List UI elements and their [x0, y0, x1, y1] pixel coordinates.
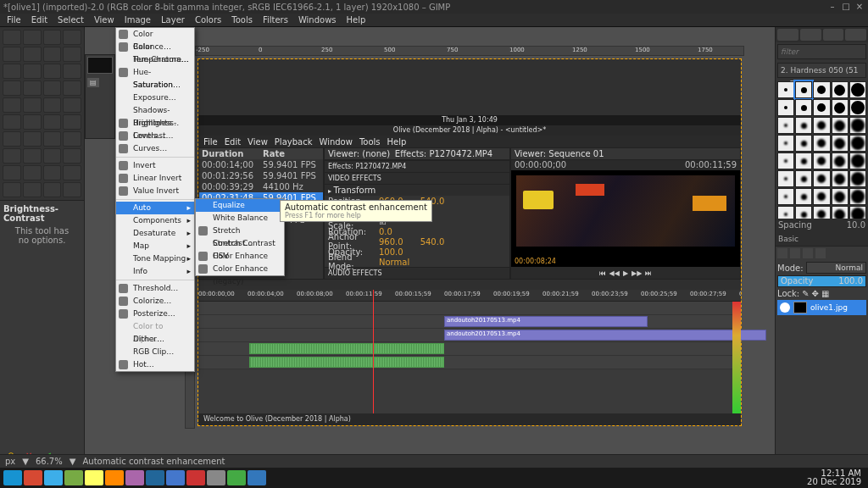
tool-3[interactable] — [63, 30, 81, 45]
effect-row[interactable]: Anchor Point:960.0540.0 — [325, 236, 509, 247]
menu-edit[interactable]: Edit — [26, 14, 53, 26]
submenu-item[interactable]: Color Enhance — [196, 250, 284, 263]
menu-item[interactable]: Linear Invert — [116, 172, 194, 185]
brush-preset[interactable] — [795, 117, 812, 134]
layer-thumbnail[interactable] — [793, 302, 807, 313]
brush-preset[interactable] — [849, 99, 866, 116]
layer-row[interactable]: olive1.jpg — [777, 300, 866, 315]
brush-preset[interactable] — [777, 135, 794, 152]
zoom-level[interactable]: 66.7% — [36, 457, 63, 466]
prev-frame-icon[interactable]: ◀◀ — [609, 269, 620, 277]
brush-preset[interactable] — [813, 99, 830, 116]
taskbar-app[interactable] — [44, 470, 63, 485]
tool-10[interactable] — [43, 64, 62, 79]
tool-6[interactable] — [43, 47, 62, 62]
menu-item[interactable]: Components — [116, 214, 194, 227]
brush-preset[interactable] — [813, 117, 830, 134]
brush-preset[interactable] — [777, 99, 794, 116]
menu-item[interactable]: Info — [116, 265, 194, 278]
tool-0[interactable] — [3, 30, 21, 45]
olive-menu-window[interactable]: Window — [319, 137, 352, 147]
brush-preset[interactable] — [832, 188, 849, 205]
olive-menu-view[interactable]: View — [248, 137, 268, 147]
tool-21[interactable] — [23, 114, 42, 130]
spacing-value[interactable]: 10.0 — [847, 219, 865, 232]
brush-preset[interactable] — [849, 81, 866, 98]
brush-preset[interactable] — [795, 206, 812, 219]
layers-tabs[interactable] — [777, 248, 866, 260]
brush-preset[interactable] — [795, 188, 812, 205]
right-tabs[interactable] — [776, 27, 868, 42]
menu-item[interactable]: Saturation… — [116, 79, 194, 92]
tool-1[interactable] — [23, 30, 42, 45]
menu-item[interactable]: Dither… — [116, 333, 194, 346]
submenu-item[interactable]: Stretch Contrast… — [196, 225, 284, 237]
maximize-button[interactable]: □ — [841, 2, 851, 12]
brush-preset[interactable] — [777, 206, 794, 219]
olive-menu-playback[interactable]: Playback — [275, 137, 313, 147]
tool-17[interactable] — [23, 97, 42, 113]
submenu-item[interactable]: Equalize — [196, 199, 284, 212]
brush-preset[interactable] — [849, 135, 866, 152]
tool-24[interactable] — [3, 131, 21, 147]
viewer-screen[interactable]: 00:00:08;24 — [511, 170, 740, 267]
brush-preset[interactable] — [813, 81, 830, 98]
menu-tools[interactable]: Tools — [226, 14, 258, 26]
olive-menubar[interactable]: FileEditViewPlaybackWindowToolsHelp — [198, 136, 741, 147]
submenu-item[interactable]: White Balance — [196, 212, 284, 225]
menu-item[interactable]: Color Balance… — [116, 28, 194, 41]
menu-layer[interactable]: Layer — [156, 14, 190, 26]
menu-file[interactable]: File — [2, 14, 26, 26]
menu-item[interactable]: Exposure… — [116, 92, 194, 104]
taskbar-app[interactable] — [105, 470, 124, 485]
olive-menu-file[interactable]: File — [203, 137, 218, 147]
tool-30[interactable] — [43, 148, 62, 164]
taskbar[interactable]: 12:11 AM20 Dec 2019 — [0, 468, 868, 488]
menu-item[interactable]: Auto — [116, 202, 194, 214]
tool-19[interactable] — [63, 97, 81, 113]
menu-item[interactable]: Desaturate — [116, 227, 194, 240]
pan-header[interactable]: ▸ Pan — [325, 279, 509, 280]
audio-track-0[interactable] — [198, 342, 741, 356]
taskbar-app[interactable] — [166, 470, 185, 485]
toolbox[interactable] — [0, 27, 84, 200]
tool-39[interactable] — [63, 182, 81, 197]
clip-row[interactable]: 00:00:39;2944100 Hz — [199, 181, 323, 192]
brush-preset[interactable] — [813, 188, 830, 205]
brush-preset[interactable] — [795, 152, 812, 169]
brush-preset[interactable] — [777, 170, 794, 187]
taskbar-app[interactable] — [227, 470, 246, 485]
brush-preset[interactable] — [813, 152, 830, 169]
menu-item[interactable]: Hue-Chroma… — [116, 53, 194, 66]
menu-windows[interactable]: Windows — [293, 14, 342, 26]
taskbar-app[interactable] — [3, 470, 22, 485]
submenu-item[interactable]: Color Enhance (legacy) — [196, 263, 284, 275]
brush-name[interactable]: 2. Hardness 050 (51 × 51) — [777, 63, 866, 78]
brush-preset[interactable] — [813, 206, 830, 219]
video-clip[interactable]: andoutoh20170513.mp4 — [444, 316, 648, 327]
brush-preset[interactable] — [849, 152, 866, 169]
colors-menu[interactable]: Color Balance…Color Temperature…Hue-Chro… — [115, 27, 195, 372]
menu-item[interactable]: RGB Clip… — [116, 346, 194, 358]
menu-item[interactable]: Colorize… — [116, 295, 194, 308]
taskbar-app[interactable] — [24, 470, 42, 485]
tool-9[interactable] — [23, 64, 42, 79]
lock-pixel-icon[interactable]: ✎ — [802, 289, 809, 298]
menu-help[interactable]: Help — [342, 14, 371, 26]
brush-preset[interactable] — [832, 81, 849, 98]
tool-28[interactable] — [3, 148, 21, 164]
brush-preset[interactable] — [832, 170, 849, 187]
brush-preset[interactable] — [849, 170, 866, 187]
menu-item[interactable]: Shadows-Highlights… — [116, 104, 194, 117]
layer-auto-icon[interactable]: ▤ — [87, 78, 99, 87]
brush-preset[interactable] — [795, 135, 812, 152]
audio-track-1[interactable] — [198, 356, 741, 369]
tool-23[interactable] — [63, 114, 81, 130]
tool-35[interactable] — [63, 165, 81, 180]
next-frame-icon[interactable]: ▶▶ — [632, 269, 642, 277]
olive-menu-tools[interactable]: Tools — [359, 137, 381, 147]
submenu-item[interactable]: Stretch Contrast HSV — [196, 237, 284, 250]
video-track-2[interactable] — [198, 302, 741, 315]
tab-fonts[interactable] — [823, 29, 844, 41]
system-clock[interactable]: 12:11 AM20 Dec 2019 — [804, 469, 865, 486]
